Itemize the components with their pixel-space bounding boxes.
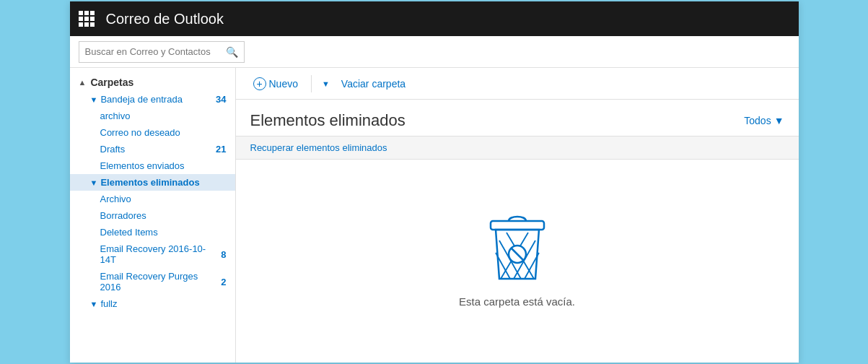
- chevron-down-icon: ▼: [90, 300, 98, 308]
- badge-drafts: 21: [216, 144, 226, 155]
- sidebar-item-borradores[interactable]: Borradores: [70, 207, 235, 224]
- folder-label: archivo: [100, 110, 131, 121]
- filter-button[interactable]: Todos ▼: [744, 115, 784, 126]
- sidebar-item-eliminados[interactable]: ▼ Elementos eliminados: [70, 174, 235, 191]
- app-container: Correo de Outlook 🔍 ▲ Carpetas ▼ Bandeja…: [70, 1, 799, 363]
- main-layout: ▲ Carpetas ▼ Bandeja de entrada 34 archi…: [70, 68, 799, 363]
- divider: [311, 75, 312, 92]
- badge-email-recovery: 8: [221, 249, 226, 260]
- content-title: Elementos eliminados: [250, 111, 405, 130]
- sidebar-item-bandeja[interactable]: ▼ Bandeja de entrada 34: [70, 91, 235, 108]
- sidebar-item-archivo2[interactable]: Archivo: [70, 191, 235, 207]
- folder-label: fullz: [100, 298, 117, 309]
- sidebar-item-deleted-items[interactable]: Deleted Items: [70, 224, 235, 240]
- folder-label: Elementos eliminados: [100, 177, 199, 188]
- content-area: + Nuevo ▼ Vaciar carpeta Elementos elimi…: [236, 68, 799, 363]
- folder-label: Email Recovery Purges 2016: [100, 271, 222, 292]
- sidebar-item-fullz[interactable]: ▼ fullz: [70, 295, 235, 312]
- filter-chevron-icon: ▼: [774, 115, 784, 126]
- search-input[interactable]: [85, 46, 222, 57]
- new-dropdown-icon[interactable]: ▼: [319, 77, 333, 91]
- empty-message: Esta carpeta está vacía.: [459, 295, 575, 308]
- trash-icon: [485, 215, 550, 284]
- sidebar-item-correo-no-deseado[interactable]: Correo no deseado: [70, 124, 235, 141]
- sidebar-item-archivo[interactable]: archivo: [70, 108, 235, 124]
- recover-link[interactable]: Recuperar elementos eliminados: [236, 136, 799, 160]
- badge-bandeja: 34: [216, 94, 226, 105]
- svg-rect-0: [491, 221, 544, 230]
- folder-label: Correo no deseado: [100, 127, 180, 138]
- badge-email-purges: 2: [221, 277, 226, 287]
- vaciar-label: Vaciar carpeta: [341, 78, 405, 90]
- app-title: Correo de Outlook: [106, 11, 224, 27]
- search-bar[interactable]: 🔍: [79, 41, 245, 63]
- folder-label: Elementos enviados: [100, 160, 185, 171]
- sidebar-item-email-purges[interactable]: Email Recovery Purges 2016 2: [70, 268, 235, 295]
- header: Correo de Outlook: [70, 1, 799, 36]
- content-toolbar: + Nuevo ▼ Vaciar carpeta: [236, 68, 799, 100]
- folders-section-header[interactable]: ▲ Carpetas: [70, 74, 235, 91]
- sidebar-item-drafts[interactable]: Drafts 21: [70, 141, 235, 157]
- waffle-icon[interactable]: [79, 11, 95, 27]
- chevron-up-icon: ▲: [79, 78, 87, 87]
- chevron-down-icon: ▼: [90, 178, 98, 187]
- top-toolbar: 🔍: [70, 36, 799, 68]
- folder-label: Drafts: [100, 144, 126, 155]
- vaciar-button[interactable]: Vaciar carpeta: [336, 75, 411, 92]
- content-header: Elementos eliminados Todos ▼: [236, 100, 799, 136]
- folder-label: Email Recovery 2016-10-14T: [100, 243, 222, 265]
- folder-label: Borradores: [100, 210, 146, 221]
- new-button[interactable]: + Nuevo: [247, 74, 304, 93]
- sidebar: ▲ Carpetas ▼ Bandeja de entrada 34 archi…: [70, 68, 236, 363]
- folder-label: Archivo: [100, 194, 131, 204]
- sidebar-item-enviados[interactable]: Elementos enviados: [70, 157, 235, 174]
- sidebar-item-email-recovery[interactable]: Email Recovery 2016-10-14T 8: [70, 240, 235, 268]
- empty-state: Esta carpeta está vacía.: [236, 160, 799, 363]
- plus-circle-icon: +: [253, 77, 266, 90]
- new-label: Nuevo: [269, 78, 298, 90]
- search-icon[interactable]: 🔍: [226, 46, 238, 58]
- chevron-down-icon: ▼: [90, 95, 98, 104]
- folders-label: Carpetas: [90, 77, 133, 88]
- folder-label: Bandeja de entrada: [100, 94, 182, 105]
- filter-label: Todos: [744, 115, 771, 126]
- folder-label: Deleted Items: [100, 227, 158, 238]
